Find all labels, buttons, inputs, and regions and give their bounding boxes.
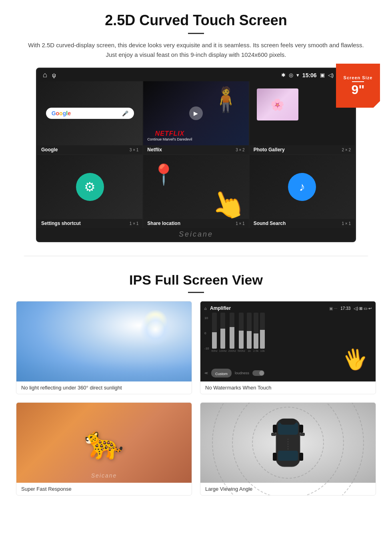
photos-app-name: Photo Gallery	[254, 147, 285, 153]
sound-app-name: Sound Search	[254, 221, 286, 226]
car-image	[200, 403, 376, 483]
netflix-subtitle: Continue Marvel's Daredevil	[147, 137, 192, 141]
voice-search-icon[interactable]: 🎤	[122, 110, 128, 116]
settings-app-size: 1 × 1	[130, 221, 139, 226]
feature-sunlight: No light reflecting under 360° direct su…	[16, 301, 192, 394]
google-app-size: 3 × 1	[130, 148, 139, 152]
eq-bar-1: 60hz	[212, 313, 218, 352]
svg-rect-4	[271, 433, 276, 436]
eq-bars: 60hz 100hz 200hz 500hz	[212, 314, 372, 350]
amp-time: 17:33	[340, 306, 350, 311]
google-search-bar[interactable]: Google 🎤	[46, 108, 134, 119]
sound-label-bar: Sound Search 1 × 1	[250, 219, 355, 228]
svg-rect-6	[273, 425, 277, 433]
volume-icon: ◁)	[328, 72, 334, 78]
settings-label-bar: Settings shortcut 1 × 1	[37, 219, 142, 228]
cheetah-caption: Super Fast Response	[16, 483, 192, 495]
location-icon: ◎	[289, 72, 293, 78]
music-note-icon: ♪	[288, 173, 316, 201]
app-cell-google[interactable]: Google 🎤 Google 3 × 1	[37, 81, 142, 154]
eq-bar-5: 1k	[247, 313, 252, 352]
svg-rect-2	[278, 451, 298, 461]
sunlight-image	[16, 301, 192, 381]
section1-description: With 2.5D curved-display screen, this de…	[24, 40, 368, 60]
share-content: 📍 👆	[143, 155, 248, 219]
amp-signal-icon: ▣ ···	[329, 306, 337, 311]
car-top-svg	[268, 411, 308, 475]
seicane-watermark: Seicane	[37, 228, 355, 241]
sound-app-size: 1 × 1	[342, 221, 351, 226]
photo-main-thumb: 🌸	[257, 88, 299, 120]
home-icon: ⌂	[43, 71, 47, 79]
badge-size: 9"	[352, 83, 365, 96]
eq-bar-4: 500hz	[238, 313, 245, 352]
google-app-name: Google	[41, 147, 58, 153]
settings-content: ⚙	[37, 155, 142, 219]
netflix-play-button[interactable]: ▶	[189, 106, 203, 120]
feature-amplifier: ⌂ Amplifier ▣ ··· 17:33 ◁) ⊠ ▭ ↩ 100-10	[200, 301, 376, 394]
badge-label: Screen Size	[344, 75, 373, 80]
app-cell-netflix[interactable]: 🧍 ▶ NETFLIX Continue Marvel's Daredevil …	[143, 81, 248, 154]
amplifier-caption: No Watermarks When Touch	[200, 381, 376, 394]
wifi-icon: ▾	[296, 72, 299, 78]
amp-header: ⌂ Amplifier ▣ ··· 17:33 ◁) ⊠ ▭ ↩	[204, 305, 372, 311]
car-caption: Large Viewing Angle	[200, 483, 376, 495]
netflix-label-bar: Netflix 3 × 2	[143, 145, 248, 154]
svg-rect-7	[299, 425, 303, 433]
app-grid: Google 🎤 Google 3 × 1 🧍 ▶	[37, 81, 355, 228]
share-app-size: 1 × 1	[236, 221, 245, 226]
section-curved-screen: 2.5D Curved Touch Screen With 2.5D curve…	[0, 0, 392, 252]
app-cell-sound[interactable]: ♪ Sound Search 1 × 1	[250, 155, 355, 228]
netflix-app-size: 3 × 2	[236, 148, 245, 152]
screen-size-badge: Screen Size 9"	[336, 64, 380, 108]
sky-gradient	[16, 361, 192, 381]
eq-bar-3: 200hz	[228, 313, 236, 352]
settings-app-name: Settings shortcut	[41, 221, 81, 226]
cheetah-icon: 🐆	[84, 424, 124, 462]
seicane-cheetah-watermark: Seicane	[91, 472, 117, 479]
svg-rect-3	[280, 419, 296, 425]
google-content: Google 🎤	[37, 81, 142, 145]
device-mockup: Screen Size 9" ⌂ ψ ✱ ◎ ▾ 15:06 ▣ ◁) ⊠	[36, 68, 356, 242]
cheetah-image: 🐆 Seicane	[16, 403, 192, 483]
bluetooth-icon: ✱	[281, 72, 286, 78]
status-bar-left: ⌂ ψ	[43, 71, 56, 79]
hand-pointing-icon: 👆	[205, 183, 248, 219]
sound-content: ♪	[250, 155, 355, 219]
camera-icon: ▣	[320, 72, 325, 78]
share-label-bar: Share location 1 × 1	[143, 219, 248, 228]
svg-rect-8	[273, 453, 277, 461]
loudness-toggle[interactable]	[252, 370, 264, 376]
status-time: 15:06	[302, 72, 317, 78]
netflix-overlay: NETFLIX Continue Marvel's Daredevil	[147, 130, 192, 141]
svg-rect-5	[300, 433, 305, 436]
usb-icon: ψ	[52, 72, 56, 78]
section-ips-screen: IPS Full Screen View No light reflecting…	[0, 260, 392, 504]
photos-label-bar: Photo Gallery 2 × 2	[250, 145, 355, 154]
eq-bar-7: 10k	[260, 313, 265, 352]
sunlight-caption: No light reflecting under 360° direct su…	[16, 381, 192, 394]
feature-car: Large Viewing Angle	[200, 402, 376, 496]
daredevil-figure: 🧍	[211, 85, 241, 114]
app-cell-settings[interactable]: ⚙ Settings shortcut 1 × 1	[37, 155, 142, 228]
netflix-app-name: Netflix	[147, 147, 162, 153]
eq-bar-2: 100hz	[219, 313, 227, 352]
features-grid: No light reflecting under 360° direct su…	[16, 301, 376, 496]
feature-cheetah: 🐆 Seicane Super Fast Response	[16, 402, 192, 496]
amp-icons: ◁) ⊠ ▭ ↩	[354, 306, 372, 311]
app-cell-share[interactable]: 📍 👆 Share location 1 × 1	[143, 155, 248, 228]
netflix-logo: NETFLIX	[147, 130, 192, 137]
photos-app-size: 2 × 2	[342, 148, 351, 152]
android-screen: ⌂ ψ ✱ ◎ ▾ 15:06 ▣ ◁) ⊠ ▭	[36, 68, 356, 242]
sun-center	[140, 313, 172, 345]
custom-button[interactable]: Custom	[211, 369, 232, 377]
google-logo: Google	[52, 110, 71, 116]
netflix-content: 🧍 ▶ NETFLIX Continue Marvel's Daredevil	[143, 81, 248, 145]
amplifier-image: ⌂ Amplifier ▣ ··· 17:33 ◁) ⊠ ▭ ↩ 100-10	[200, 301, 376, 381]
settings-icon: ⚙	[76, 173, 104, 201]
eq-labels: 100-10	[204, 314, 209, 350]
section2-title-underline	[188, 292, 204, 293]
eq-bar-6: 2.5k	[253, 313, 258, 352]
amp-title: Amplifier	[210, 305, 231, 311]
google-label-bar: Google 3 × 1	[37, 145, 142, 154]
